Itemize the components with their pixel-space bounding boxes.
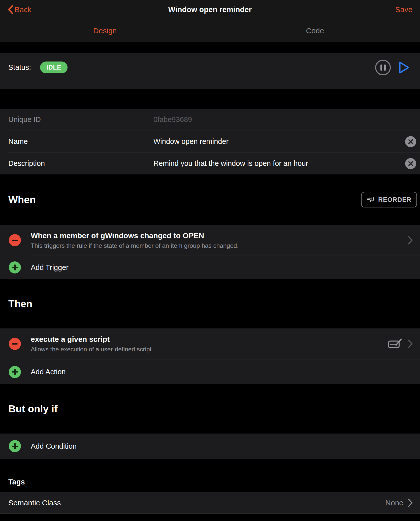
page-title: Window open reminder [0, 5, 420, 14]
add-action-label: Add Action [31, 368, 66, 376]
plus-icon [9, 366, 21, 378]
spacer [0, 514, 420, 521]
description-field[interactable]: Remind you that the window is open for a… [153, 159, 405, 168]
but-only-if-title: But only if [8, 403, 58, 415]
rule-editor-screen: Back Window open reminder Save Design Co… [0, 0, 420, 521]
minus-icon [12, 240, 18, 241]
save-button[interactable]: Save [395, 5, 412, 14]
pause-icon [380, 65, 382, 71]
spacer [0, 42, 420, 53]
action-title: execute a given script [31, 335, 384, 344]
plus-icon [9, 440, 21, 452]
semantic-class-value: None [385, 499, 403, 507]
clear-name-button[interactable] [405, 136, 416, 147]
tab-code[interactable]: Code [210, 19, 420, 42]
field-row-name[interactable]: Name Window open reminder [0, 131, 420, 152]
trigger-subtitle: This triggers the rule if the state of a… [31, 242, 404, 249]
semantic-class-row[interactable]: Semantic Class None [0, 492, 420, 514]
spacer [0, 89, 420, 109]
edit-script-icon[interactable] [388, 338, 402, 350]
reorder-label: REORDER [378, 196, 411, 203]
minus-icon [12, 343, 18, 345]
status-badge: IDLE [40, 62, 68, 73]
tags-title: Tags [8, 478, 25, 486]
description-label: Description [8, 159, 153, 168]
status-row: Status: IDLE [0, 53, 420, 89]
when-card: When a member of gWindows changed to OPE… [0, 225, 420, 279]
action-row[interactable]: execute a given script Allows the execut… [0, 328, 420, 359]
name-label: Name [8, 137, 153, 146]
delete-trigger-button[interactable] [9, 234, 21, 246]
semantic-class-label: Semantic Class [8, 499, 61, 507]
clear-x-icon [408, 161, 413, 166]
name-field[interactable]: Window open reminder [153, 137, 405, 146]
chevron-right-icon [408, 340, 413, 348]
tab-design[interactable]: Design [0, 19, 210, 42]
chevron-right-icon [408, 499, 413, 507]
unique-id-label: Unique ID [8, 115, 153, 124]
delete-action-button[interactable] [9, 338, 21, 350]
navigation-bar: Back Window open reminder Save Design Co… [0, 0, 420, 42]
plus-icon [9, 261, 21, 273]
condition-card: Add Condition [0, 434, 420, 459]
trigger-title: When a member of gWindows changed to OPE… [31, 231, 404, 240]
back-label: Back [15, 5, 31, 14]
chevron-left-icon [8, 5, 13, 14]
add-condition-label: Add Condition [31, 442, 77, 450]
unique-id-value: 0fabe93689 [153, 115, 416, 124]
back-button[interactable]: Back [8, 5, 31, 14]
tags-section-header: Tags [0, 459, 420, 492]
reorder-icon [367, 196, 375, 203]
clear-x-icon [408, 139, 413, 144]
add-trigger-label: Add Trigger [31, 263, 69, 272]
when-title: When [8, 194, 36, 205]
field-row-unique-id: Unique ID 0fabe93689 [0, 109, 420, 131]
but-only-if-section-header: But only if [0, 384, 420, 434]
action-subtitle: Allows the execution of a user-defined s… [31, 346, 384, 353]
status-label: Status: [8, 63, 31, 72]
then-title: Then [8, 298, 33, 310]
rule-fields-card: Unique ID 0fabe93689 Name Window open re… [0, 109, 420, 174]
then-card: execute a given script Allows the execut… [0, 328, 420, 384]
chevron-right-icon [408, 236, 413, 244]
then-section-header: Then [0, 279, 420, 328]
add-action-button[interactable]: Add Action [0, 359, 420, 384]
field-row-description[interactable]: Description Remind you that the window i… [0, 152, 420, 174]
reorder-button[interactable]: REORDER [361, 192, 417, 207]
when-section-header: When REORDER [0, 174, 420, 225]
add-condition-button[interactable]: Add Condition [0, 434, 420, 459]
pause-rule-button[interactable] [375, 60, 391, 75]
add-trigger-button[interactable]: Add Trigger [0, 256, 420, 279]
tab-bar: Design Code [0, 19, 420, 42]
run-rule-button[interactable] [397, 60, 411, 75]
clear-description-button[interactable] [405, 158, 416, 169]
trigger-row[interactable]: When a member of gWindows changed to OPE… [0, 225, 420, 256]
